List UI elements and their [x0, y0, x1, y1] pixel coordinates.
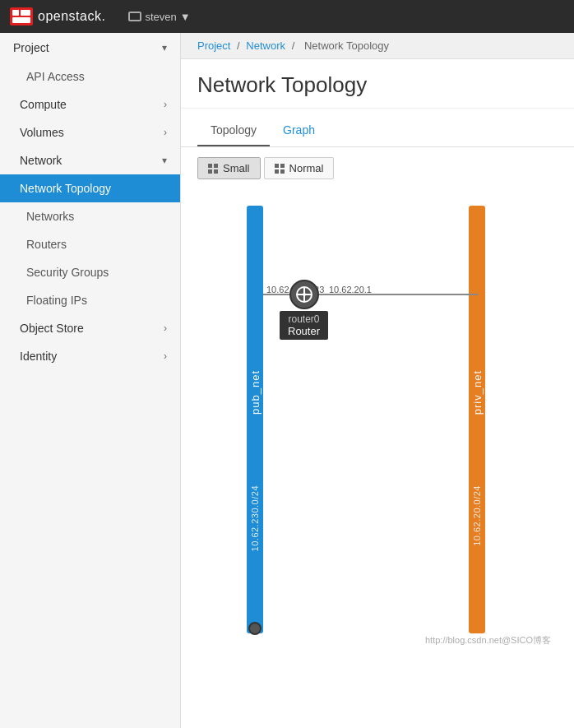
svg-rect-3	[12, 17, 30, 23]
sidebar-api-access-label: API Access	[26, 70, 85, 83]
svg-rect-2	[21, 10, 30, 16]
monitor-icon	[128, 12, 141, 21]
svg-rect-1	[12, 10, 19, 16]
toolbar: Small Normal	[181, 147, 574, 189]
pub-net-bottom-dot	[248, 622, 262, 635]
security-groups-label: Security Groups	[26, 266, 109, 279]
user-dropdown-icon: ▼	[180, 11, 191, 23]
breadcrumb-sep2: /	[292, 39, 295, 52]
topbar: openstack. steven ▼	[0, 0, 574, 33]
priv-net-subnet: 10.62.20.0/24	[472, 485, 482, 546]
topology-inner: pub_net 10.62.230.0/24 priv_net 10.62.20…	[197, 197, 558, 650]
pub-net-bar: pub_net 10.62.230.0/24	[247, 206, 263, 633]
sidebar-object-store-header[interactable]: Object Store ›	[0, 314, 180, 342]
router-name: router0	[288, 313, 320, 325]
sidebar-compute-header[interactable]: Compute ›	[0, 90, 180, 118]
openstack-logo-icon	[10, 7, 33, 26]
router-type: Router	[288, 325, 320, 337]
sidebar-item-floating-ips[interactable]: Floating IPs	[0, 286, 180, 314]
breadcrumb-current: Network Topology	[304, 39, 389, 52]
networks-label: Networks	[26, 210, 74, 223]
pub-net-label: pub_net	[249, 370, 262, 415]
breadcrumb: Project / Network / Network Topology	[181, 33, 574, 59]
sidebar-compute-label: Compute	[20, 98, 67, 111]
object-store-chevron-icon: ›	[164, 322, 167, 334]
svg-point-7	[303, 293, 306, 296]
compute-chevron-icon: ›	[164, 99, 167, 110]
sidebar-volumes-label: Volumes	[20, 126, 64, 139]
breadcrumb-project[interactable]: Project	[197, 39, 230, 52]
router-node[interactable]: router0 Router	[280, 280, 328, 340]
page-header: Network Topology	[181, 59, 574, 109]
ip-label-right: 10.62.20.1	[329, 285, 372, 294]
sidebar-item-security-groups[interactable]: Security Groups	[0, 258, 180, 286]
priv-net-label: priv_net	[471, 370, 484, 415]
sidebar-item-routers[interactable]: Routers	[0, 230, 180, 258]
small-label: Small	[223, 162, 250, 174]
sidebar-identity-header[interactable]: Identity ›	[0, 342, 180, 370]
watermark: http://blog.csdn.net@SICO博客	[425, 634, 551, 647]
floating-ips-label: Floating IPs	[26, 294, 87, 307]
identity-chevron-icon: ›	[164, 350, 167, 362]
router-icon	[289, 280, 319, 309]
user-label: steven	[145, 11, 176, 23]
sidebar-identity-label: Identity	[20, 350, 57, 363]
sidebar: Project ▾ API Access Compute › Volumes ›…	[0, 33, 181, 728]
tab-topology[interactable]: Topology	[197, 115, 270, 146]
logo-text: openstack.	[38, 9, 105, 24]
layout: Project ▾ API Access Compute › Volumes ›…	[0, 33, 574, 728]
normal-button[interactable]: Normal	[264, 157, 335, 179]
pub-net-subnet: 10.62.230.0/24	[250, 485, 260, 551]
normal-grid-icon	[275, 164, 285, 174]
logo: openstack.	[10, 7, 105, 26]
priv-net-bar: priv_net 10.62.20.0/24	[469, 206, 485, 633]
small-button[interactable]: Small	[197, 157, 261, 179]
breadcrumb-network[interactable]: Network	[246, 39, 285, 52]
sidebar-network-label: Network	[20, 154, 62, 167]
network-topology-label: Network Topology	[20, 182, 111, 195]
page-title: Network Topology	[197, 72, 558, 98]
sidebar-item-network-topology[interactable]: Network Topology	[0, 174, 180, 202]
router-label-box: router0 Router	[280, 311, 328, 340]
routers-label: Routers	[26, 238, 67, 251]
sidebar-project-label: Project	[13, 41, 49, 54]
main-content: Project / Network / Network Topology Net…	[181, 33, 574, 728]
network-chevron-icon: ▾	[162, 155, 167, 166]
sidebar-network-header[interactable]: Network ▾	[0, 146, 180, 174]
topology-canvas: pub_net 10.62.230.0/24 priv_net 10.62.20…	[181, 189, 574, 728]
volumes-chevron-icon: ›	[164, 127, 167, 138]
normal-label: Normal	[289, 162, 324, 174]
breadcrumb-sep1: /	[237, 39, 240, 52]
small-grid-icon	[208, 164, 218, 174]
sidebar-volumes-header[interactable]: Volumes ›	[0, 118, 180, 146]
project-chevron-icon: ▾	[162, 42, 167, 53]
sidebar-object-store-label: Object Store	[20, 322, 84, 335]
user-menu[interactable]: steven ▼	[128, 11, 190, 23]
sidebar-project-header[interactable]: Project ▾	[0, 33, 180, 63]
tabs-bar: Topology Graph	[181, 115, 574, 147]
tab-graph[interactable]: Graph	[270, 115, 328, 146]
sidebar-item-networks[interactable]: Networks	[0, 202, 180, 230]
router-circle-icon	[296, 286, 312, 303]
sidebar-item-api-access[interactable]: API Access	[0, 63, 180, 90]
